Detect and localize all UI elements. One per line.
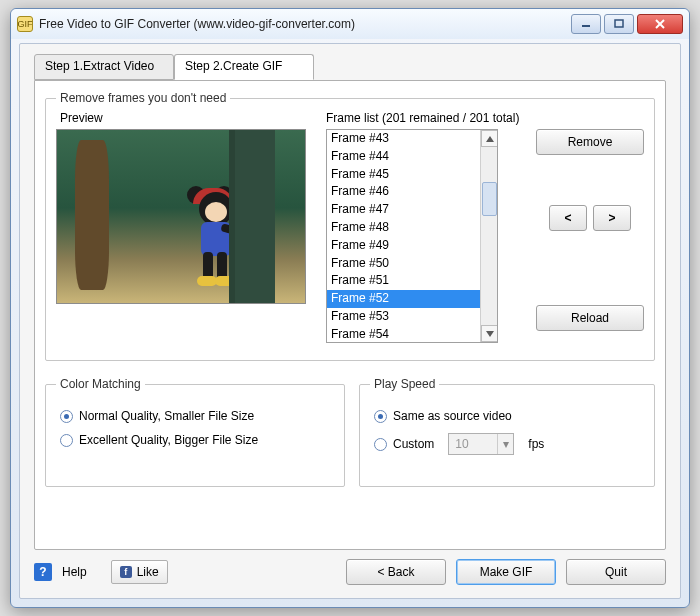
radio-label: Excellent Quality, Bigger File Size (79, 433, 258, 447)
close-button[interactable] (637, 14, 683, 34)
facebook-icon: f (120, 566, 132, 578)
frame-list-item[interactable]: Frame #45 (327, 166, 480, 184)
chevron-right-icon: > (608, 211, 615, 225)
quit-button[interactable]: Quit (566, 559, 666, 585)
button-label: Remove (568, 135, 613, 149)
svg-rect-1 (615, 20, 623, 27)
back-button[interactable]: < Back (346, 559, 446, 585)
maximize-icon (614, 19, 624, 29)
frame-list-item[interactable]: Frame #48 (327, 219, 480, 237)
close-icon (654, 18, 666, 30)
scroll-down-button[interactable] (481, 325, 498, 342)
like-button[interactable]: f Like (111, 560, 168, 584)
help-icon[interactable]: ? (34, 563, 52, 581)
preview-image (56, 129, 306, 304)
frame-list-item[interactable]: Frame #54 (327, 326, 480, 343)
frame-list-item[interactable]: Frame #44 (327, 148, 480, 166)
frame-list-item[interactable]: Frame #49 (327, 237, 480, 255)
tab-body: Remove frames you don't need Preview Fra… (34, 80, 666, 550)
prev-frame-button[interactable]: < (549, 205, 587, 231)
reload-button[interactable]: Reload (536, 305, 644, 331)
tab-extract-video[interactable]: Step 1.Extract Video (34, 54, 174, 80)
frame-list-item[interactable]: Frame #50 (327, 255, 480, 273)
button-label: Reload (571, 311, 609, 325)
button-label: Make GIF (480, 565, 533, 579)
chevron-left-icon: < (564, 211, 571, 225)
frame-list-item[interactable]: Frame #46 (327, 183, 480, 201)
chevron-down-icon: ▾ (497, 434, 513, 454)
radio-icon (60, 434, 73, 447)
speed-custom-option[interactable]: Custom 10 ▾ fps (374, 433, 640, 455)
window-title: Free Video to GIF Converter (www.video-g… (39, 17, 571, 31)
speed-same-option[interactable]: Same as source video (374, 409, 640, 423)
scroll-up-button[interactable] (481, 130, 498, 147)
remove-button[interactable]: Remove (536, 129, 644, 155)
tab-strip: Step 1.Extract Video Step 2.Create GIF (34, 54, 666, 80)
chevron-down-icon (486, 331, 494, 337)
tab-create-gif[interactable]: Step 2.Create GIF (174, 54, 314, 80)
svg-marker-5 (486, 331, 494, 337)
preview-character-icon (185, 190, 255, 290)
play-speed-fieldset: Play Speed Same as source video Custom 1… (359, 377, 655, 487)
color-normal-option[interactable]: Normal Quality, Smaller File Size (60, 409, 330, 423)
radio-label: Normal Quality, Smaller File Size (79, 409, 254, 423)
tab-label: Step 1.Extract Video (45, 59, 154, 73)
app-icon: GIF (17, 16, 33, 32)
play-speed-legend: Play Speed (370, 377, 439, 391)
color-matching-legend: Color Matching (56, 377, 145, 391)
radio-icon (60, 410, 73, 423)
button-label: Quit (605, 565, 627, 579)
button-label: < Back (377, 565, 414, 579)
frame-list-item[interactable]: Frame #51 (327, 272, 480, 290)
fps-unit-label: fps (528, 437, 544, 451)
color-matching-fieldset: Color Matching Normal Quality, Smaller F… (45, 377, 345, 487)
tab-label: Step 2.Create GIF (185, 59, 282, 73)
titlebar: GIF Free Video to GIF Converter (www.vid… (11, 9, 689, 39)
client-area: Step 1.Extract Video Step 2.Create GIF R… (19, 43, 681, 599)
help-label[interactable]: Help (62, 565, 87, 579)
footer-bar: ? Help f Like < Back Make GIF Quit (34, 556, 666, 588)
button-label: Like (137, 565, 159, 579)
color-excellent-option[interactable]: Excellent Quality, Bigger File Size (60, 433, 330, 447)
radio-label: Custom (393, 437, 434, 451)
frame-list-item[interactable]: Frame #47 (327, 201, 480, 219)
radio-label: Same as source video (393, 409, 512, 423)
frame-list-scrollbar[interactable] (480, 130, 497, 342)
frame-list-item[interactable]: Frame #43 (327, 130, 480, 148)
preview-label: Preview (60, 111, 103, 125)
radio-icon (374, 438, 387, 451)
frame-list-item[interactable]: Frame #52 (327, 290, 480, 308)
maximize-button[interactable] (604, 14, 634, 34)
frame-list-item[interactable]: Frame #53 (327, 308, 480, 326)
app-window: GIF Free Video to GIF Converter (www.vid… (10, 8, 690, 608)
chevron-up-icon (486, 136, 494, 142)
fps-value: 10 (449, 437, 497, 451)
frame-listbox[interactable]: Frame #43Frame #44Frame #45Frame #46Fram… (326, 129, 498, 343)
frames-fieldset: Remove frames you don't need Preview Fra… (45, 91, 655, 361)
next-frame-button[interactable]: > (593, 205, 631, 231)
scroll-thumb[interactable] (482, 182, 497, 216)
minimize-button[interactable] (571, 14, 601, 34)
svg-marker-4 (486, 136, 494, 142)
frame-list-label: Frame list (201 remained / 201 total) (326, 111, 519, 125)
fps-spinbox[interactable]: 10 ▾ (448, 433, 514, 455)
minimize-icon (581, 19, 591, 29)
make-gif-button[interactable]: Make GIF (456, 559, 556, 585)
frames-legend: Remove frames you don't need (56, 91, 230, 105)
radio-icon (374, 410, 387, 423)
